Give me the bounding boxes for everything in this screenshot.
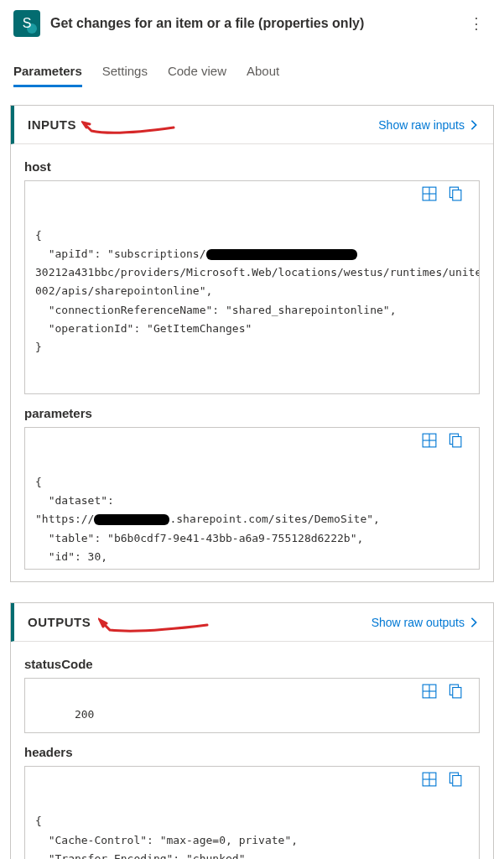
host-code-block[interactable]: { "apiId": "subscriptions/ 30212a431bbc/… [24, 180, 480, 394]
tab-about[interactable]: About [247, 64, 279, 87]
annotation-arrow-icon [98, 615, 216, 635]
copy-icon[interactable] [447, 433, 462, 448]
svg-rect-4 [453, 190, 461, 200]
annotation-arrow-icon [81, 116, 182, 136]
show-raw-outputs-link[interactable]: Show raw outputs [372, 616, 480, 629]
tab-bar: Parameters Settings Code view About [0, 64, 504, 88]
tab-parameters[interactable]: Parameters [13, 64, 82, 87]
outputs-panel: OUTPUTS Show raw outputs statusCode 200 … [10, 602, 494, 859]
headers-code-block[interactable]: { "Cache-Control": "max-age=0, private",… [24, 766, 480, 859]
table-view-icon[interactable] [422, 433, 437, 448]
inputs-title: INPUTS [28, 117, 76, 132]
outputs-panel-header: OUTPUTS Show raw outputs [11, 603, 493, 642]
outputs-title: OUTPUTS [28, 615, 91, 629]
copy-icon[interactable] [447, 684, 462, 699]
tab-settings[interactable]: Settings [102, 64, 148, 87]
action-title: Get changes for an item or a file (prope… [50, 16, 452, 31]
chevron-right-icon [468, 617, 480, 628]
inputs-panel: INPUTS Show raw inputs host { "apiId": "… [10, 105, 494, 582]
svg-rect-9 [453, 437, 461, 447]
tab-code-view[interactable]: Code view [168, 64, 226, 87]
status-code-label: statusCode [24, 657, 480, 671]
parameters-code-block[interactable]: { "dataset": "https://.sharepoint.com/si… [24, 427, 480, 570]
headers-label: headers [24, 745, 480, 759]
table-view-icon[interactable] [422, 772, 437, 787]
copy-icon[interactable] [447, 186, 462, 201]
inputs-panel-header: INPUTS Show raw inputs [11, 106, 493, 144]
more-menu-button[interactable]: ⋮ [462, 11, 491, 36]
svg-rect-19 [453, 776, 461, 786]
table-view-icon[interactable] [422, 684, 437, 699]
action-header: S Get changes for an item or a file (pro… [0, 0, 504, 47]
parameters-label: parameters [24, 406, 480, 420]
status-code-block[interactable]: 200 [24, 678, 480, 733]
sharepoint-icon: S [13, 10, 40, 37]
table-view-icon[interactable] [422, 186, 437, 201]
chevron-right-icon [468, 119, 480, 131]
show-raw-inputs-link[interactable]: Show raw inputs [378, 118, 480, 132]
host-label: host [24, 159, 480, 174]
svg-rect-14 [453, 688, 461, 698]
copy-icon[interactable] [447, 772, 462, 787]
